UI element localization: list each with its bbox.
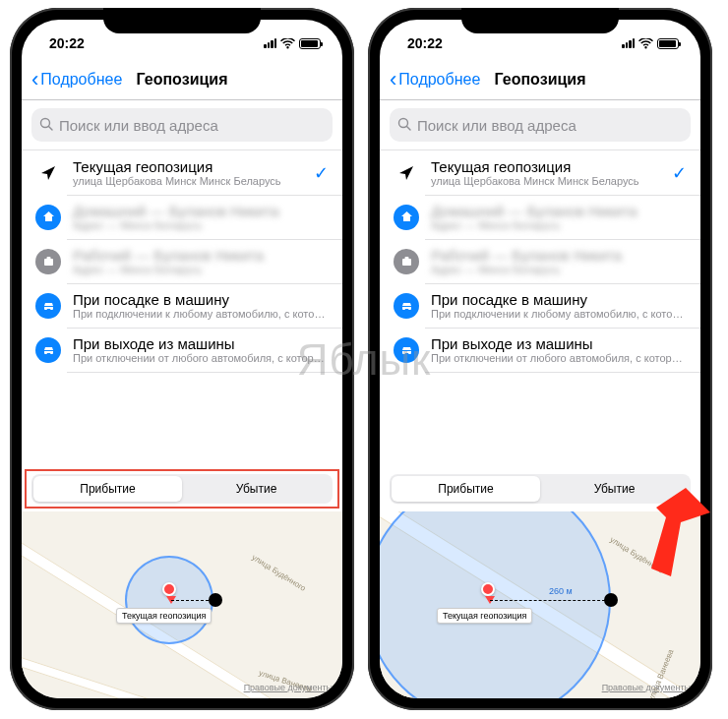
row-subtitle: Адрес — Минск Беларусь	[73, 219, 329, 231]
row-title: Домашний — Буланов Никита	[73, 203, 329, 219]
row-title: Текущая геопозиция	[73, 158, 302, 175]
row-car-enter[interactable]: При посадке в машину При подключении к л…	[380, 283, 700, 328]
annotation-arrow	[632, 488, 710, 576]
row-car-exit[interactable]: При выходе из машины При отключении от л…	[380, 328, 700, 372]
radius-label: 260 м	[549, 586, 573, 596]
pin-label: Текущая геопозиция	[116, 608, 212, 624]
row-subtitle: улица Щербакова Минск Минск Беларусь	[73, 175, 302, 187]
pin-label: Текущая геопозиция	[437, 608, 532, 624]
row-current-location[interactable]: Текущая геопозиция улица Щербакова Минск…	[22, 150, 342, 195]
briefcase-icon	[394, 249, 419, 274]
search-field[interactable]: Поиск или ввод адреса	[31, 108, 333, 142]
location-arrow-icon	[35, 160, 61, 186]
checkmark-icon: ✓	[672, 162, 687, 184]
svg-line-1	[49, 126, 53, 130]
segmented-control-wrap: Прибытие Убытие	[22, 466, 342, 511]
row-subtitle: При отключении от любого автомобиля, с к…	[431, 352, 687, 364]
row-work[interactable]: Рабочий — Буланов Никита Адрес — Минск Б…	[22, 239, 342, 283]
status-time: 20:22	[49, 35, 85, 51]
battery-icon	[657, 38, 679, 49]
row-title: Рабочий — Буланов Никита	[431, 247, 687, 264]
search-placeholder: Поиск или ввод адреса	[59, 117, 218, 134]
row-car-exit[interactable]: При выходе из машины При отключении от л…	[22, 328, 342, 372]
row-subtitle: При подключении к любому автомобилю, с к…	[73, 308, 329, 320]
row-subtitle: Адрес — Минск Беларусь	[431, 219, 687, 231]
home-icon	[394, 205, 419, 230]
wifi-icon	[638, 38, 653, 49]
radius-line	[171, 600, 213, 601]
segment-leave[interactable]: Убытие	[182, 476, 331, 502]
legal-link[interactable]: Правовые документы	[244, 683, 333, 692]
back-label: Подробнее	[398, 71, 480, 89]
svg-rect-3	[46, 257, 50, 260]
car-icon	[35, 337, 61, 363]
svg-rect-2	[44, 259, 53, 266]
battery-icon	[299, 38, 321, 49]
location-list: Текущая геопозиция улица Щербакова Минск…	[380, 150, 700, 372]
row-work[interactable]: Рабочий — Буланов Никита Адрес — Минск Б…	[380, 239, 700, 283]
search-field[interactable]: Поиск или ввод адреса	[390, 108, 691, 142]
road-label: улица Будённого	[250, 553, 307, 593]
row-current-location[interactable]: Текущая геопозиция улица Щербакова Минск…	[380, 150, 700, 195]
home-icon	[35, 205, 61, 230]
row-home[interactable]: Домашний — Буланов Никита Адрес — Минск …	[22, 195, 342, 239]
row-subtitle: Адрес — Минск Беларусь	[73, 264, 329, 275]
legal-link[interactable]: Правовые документы	[602, 683, 691, 692]
car-icon	[394, 337, 419, 363]
geofence-circle	[380, 511, 611, 698]
status-indicators	[264, 38, 321, 49]
row-subtitle: При подключении к любому автомобилю, с к…	[431, 308, 687, 320]
notch	[103, 8, 261, 33]
row-title: Домашний — Буланов Никита	[431, 203, 687, 219]
row-subtitle: Адрес — Минск Беларусь	[431, 264, 687, 275]
checkmark-icon: ✓	[314, 162, 329, 184]
svg-rect-6	[402, 259, 411, 266]
svg-rect-7	[404, 257, 408, 260]
briefcase-icon	[35, 249, 61, 274]
car-icon	[35, 293, 61, 319]
phone-right: 20:22 ‹ Подробнее Геопозиция Поиск и	[368, 8, 712, 710]
search-icon	[39, 117, 53, 134]
chevron-left-icon: ‹	[31, 67, 38, 92]
row-car-enter[interactable]: При посадке в машину При подключении к л…	[22, 283, 342, 328]
nav-title: Геопозиция	[495, 71, 586, 89]
wifi-icon	[280, 38, 295, 49]
row-title: При выходе из машины	[431, 335, 687, 352]
back-button[interactable]: ‹ Подробнее	[31, 67, 122, 92]
row-subtitle: При отключении от любого автомобиля, с к…	[73, 352, 329, 364]
segmented-control: Прибытие Убытие	[31, 474, 333, 504]
row-title: Текущая геопозиция	[431, 158, 660, 175]
row-title: Рабочий — Буланов Никита	[73, 247, 329, 264]
radius-handle[interactable]	[604, 593, 618, 607]
back-label: Подробнее	[40, 71, 122, 89]
svg-marker-8	[651, 488, 710, 576]
nav-bar: ‹ Подробнее Геопозиция	[22, 59, 342, 100]
row-title: При посадке в машину	[73, 291, 329, 308]
nav-bar: ‹ Подробнее Геопозиция	[380, 59, 700, 100]
map-pin	[481, 582, 495, 596]
segment-arrive[interactable]: Прибытие	[392, 476, 540, 502]
back-button[interactable]: ‹ Подробнее	[390, 67, 480, 92]
notch	[461, 8, 619, 33]
cellular-icon	[264, 38, 276, 48]
row-home[interactable]: Домашний — Буланов Никита Адрес — Минск …	[380, 195, 700, 239]
cellular-icon	[622, 38, 635, 48]
segment-arrive[interactable]: Прибытие	[33, 476, 182, 502]
map-pin	[162, 582, 176, 596]
phone-left: 20:22 ‹ Подробнее Геопозиция Поиск и	[10, 8, 354, 710]
car-icon	[394, 293, 419, 319]
radius-line	[490, 600, 610, 601]
location-arrow-icon	[394, 160, 419, 186]
radius-handle[interactable]	[209, 593, 222, 607]
row-title: При посадке в машину	[431, 291, 687, 308]
map-view[interactable]: улица Будённого улица Ванеева Текущая ге…	[22, 511, 342, 698]
search-placeholder: Поиск или ввод адреса	[417, 117, 576, 134]
location-list: Текущая геопозиция улица Щербакова Минск…	[22, 150, 342, 372]
row-subtitle: улица Щербакова Минск Минск Беларусь	[431, 175, 660, 187]
nav-title: Геопозиция	[137, 71, 228, 89]
svg-line-5	[407, 126, 411, 130]
row-title: При выходе из машины	[73, 335, 329, 352]
status-time: 20:22	[407, 35, 443, 51]
chevron-left-icon: ‹	[390, 67, 396, 92]
search-icon	[397, 117, 411, 134]
